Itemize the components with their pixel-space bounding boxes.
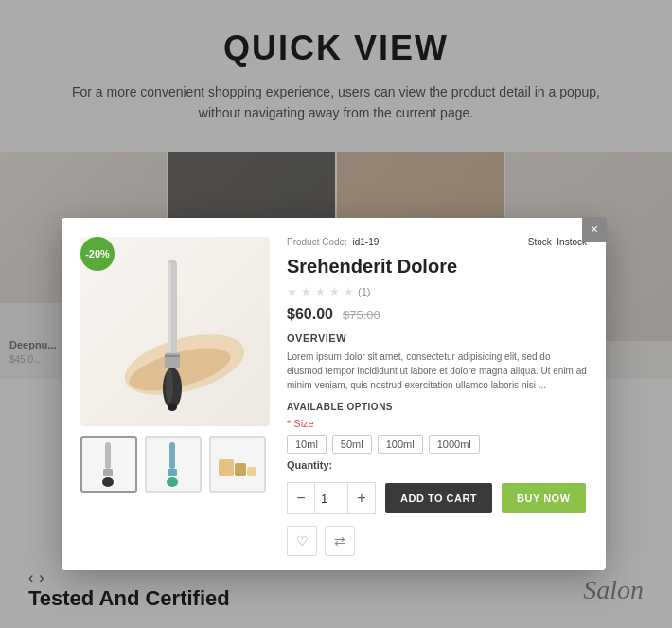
svg-rect-16 (235, 463, 246, 476)
modal-body: -20% (62, 218, 606, 570)
star-4: ★ (329, 285, 340, 298)
svg-point-14 (167, 477, 178, 487)
modal-close-button[interactable]: × (582, 217, 607, 242)
svg-rect-12 (169, 442, 175, 469)
svg-point-8 (168, 404, 177, 411)
modal-right-panel: Product Code: id1-19 Stock Instock Srehe… (287, 237, 587, 556)
product-title: Srehenderit Dolore (287, 255, 587, 278)
svg-rect-17 (247, 467, 256, 476)
thumbnail-3[interactable] (209, 436, 266, 493)
quantity-controls: − + (287, 482, 376, 514)
discount-badge: -20% (80, 237, 115, 271)
quantity-decrease-button[interactable]: − (288, 483, 314, 513)
buy-now-button[interactable]: BUY NOW (502, 483, 585, 513)
thumbnail-row (80, 436, 270, 493)
svg-rect-13 (168, 469, 177, 476)
price-current: $60.00 (287, 306, 333, 323)
star-rating: ★ ★ ★ ★ ★ (1) (287, 285, 587, 298)
quantity-input[interactable] (314, 483, 348, 513)
overview-text: Lorem ipsum dolor sit amet, consectetur … (287, 350, 587, 392)
price-row: $60.00 $75.00 (287, 306, 587, 323)
size-50ml[interactable]: 50ml (332, 435, 372, 454)
star-5: ★ (344, 285, 354, 298)
modal-left-panel: -20% (80, 237, 270, 556)
svg-rect-10 (103, 469, 113, 476)
svg-rect-3 (168, 262, 171, 353)
thumbnail-2[interactable] (145, 436, 202, 493)
wishlist-button[interactable]: ♡ (287, 526, 317, 556)
star-2: ★ (301, 285, 311, 298)
size-1000ml[interactable]: 1000ml (429, 435, 480, 454)
size-10ml[interactable]: 10ml (287, 435, 327, 454)
svg-rect-15 (219, 459, 234, 476)
product-code-label: Product Code: id1-19 (287, 237, 379, 247)
star-1: ★ (287, 285, 297, 298)
size-label: * Size (287, 418, 587, 429)
quick-view-modal: × -20% (62, 218, 606, 570)
svg-rect-5 (165, 355, 180, 357)
compare-button[interactable]: ⇄ (325, 526, 355, 556)
svg-point-7 (166, 368, 173, 403)
stock-section: Stock Instock (528, 237, 587, 247)
price-old: $75.00 (343, 308, 380, 322)
product-meta: Product Code: id1-19 Stock Instock (287, 237, 587, 247)
svg-rect-9 (105, 442, 111, 469)
star-3: ★ (315, 285, 326, 298)
review-count: (1) (358, 286, 370, 297)
action-icons: ♡ ⇄ (287, 526, 587, 556)
thumbnail-1[interactable] (80, 436, 137, 493)
size-options: 10ml 50ml 100ml 1000ml (287, 435, 587, 454)
product-image-svg (99, 242, 251, 422)
quantity-label: Quantity: (287, 459, 587, 471)
quantity-section: − + ADD TO CART BUY NOW (287, 482, 587, 514)
product-code-value: id1-19 (353, 237, 380, 247)
quantity-increase-button[interactable]: + (348, 483, 375, 513)
size-100ml[interactable]: 100ml (378, 435, 423, 454)
svg-point-11 (102, 477, 114, 487)
add-to-cart-button[interactable]: ADD TO CART (385, 483, 492, 513)
available-options-title: AVAILABLE OPTIONS (287, 402, 587, 412)
overview-title: OVERVIEW (287, 332, 587, 344)
